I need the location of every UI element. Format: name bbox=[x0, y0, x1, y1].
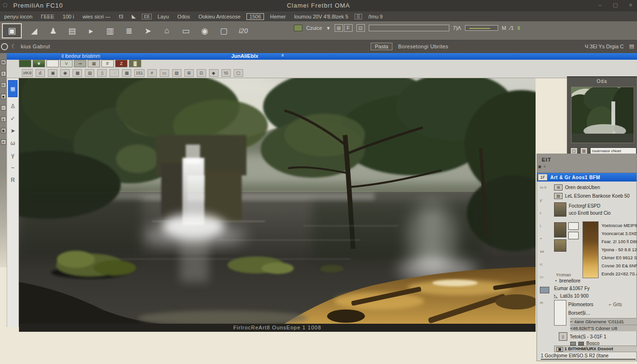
minimize-button[interactable]: – bbox=[599, 2, 601, 8]
wedge-icon[interactable]: ◢ bbox=[27, 25, 41, 37]
tool-chip-12[interactable]: ▭ bbox=[160, 69, 169, 77]
tool-chip-5[interactable]: ▩ bbox=[73, 69, 82, 77]
selected-row-1[interactable]: ⌐ 4ane Gbnenene 'C011d1 bbox=[570, 318, 637, 325]
tool-button-3[interactable]: ➤ bbox=[7, 125, 18, 137]
thumb-chip-1[interactable] bbox=[19, 60, 31, 67]
menu-chip-icon[interactable]: ЕВ bbox=[142, 14, 151, 19]
tool-chip-17[interactable]: 'IS bbox=[221, 69, 231, 77]
item-yroman[interactable]: Yroman bbox=[556, 273, 571, 277]
panel-row-footage[interactable]: Foctorgf ESPD uco Enott bourd Cio bbox=[554, 202, 610, 217]
item-brenellore[interactable]: ◔ brenellore bbox=[554, 278, 581, 283]
list-icon[interactable]: ≣ bbox=[122, 25, 136, 37]
menu-item-9[interactable]: Hemer bbox=[266, 14, 290, 19]
bird-icon[interactable]: ▸ bbox=[84, 25, 98, 37]
tool-chip-16[interactable]: ◆ bbox=[209, 69, 218, 77]
panel-tab-label[interactable]: EIT bbox=[542, 157, 551, 163]
tool-button-1[interactable]: ♙ bbox=[7, 100, 18, 112]
color-chip-icon[interactable] bbox=[294, 25, 302, 31]
thumb-chip-9[interactable]: ▓ bbox=[129, 60, 141, 67]
door-icon[interactable]: ⌂ bbox=[160, 25, 173, 37]
item-lati[interactable]: ◺ Lati3s 10 900 bbox=[554, 293, 589, 299]
search-text[interactable]: kius Gabrut bbox=[21, 44, 50, 49]
tool-button-6[interactable]: ~ bbox=[7, 162, 18, 174]
rail-icon-2[interactable]: ϐ bbox=[1, 71, 6, 76]
folder-icon[interactable]: ▢ bbox=[217, 25, 230, 37]
maximize-button[interactable]: ▢ bbox=[613, 2, 618, 8]
bottom-row[interactable]: 1 Goclhjome EWSO.S R2 (Itane bbox=[541, 352, 636, 360]
layer-color-icon[interactable] bbox=[540, 287, 549, 293]
canvas-image[interactable] bbox=[19, 78, 536, 324]
nav-grid-icon[interactable]: ▥ bbox=[580, 147, 588, 154]
tool-chip-9[interactable]: ▦ bbox=[122, 69, 131, 77]
rail-icon-6[interactable]: ϕ bbox=[1, 117, 6, 122]
item-tetok[interactable]: ▯ Tetok(S - 3-01F 1 bbox=[559, 332, 606, 341]
thumb-chip-4[interactable]: V bbox=[60, 60, 73, 67]
item-parameters[interactable]: Pilomoetors ⌐ Grts bbox=[568, 302, 622, 307]
tool-chip-1[interactable]: ИK8 bbox=[22, 69, 33, 77]
arrow-icon[interactable]: ➤ bbox=[141, 25, 155, 37]
preview-thumb-2[interactable] bbox=[554, 239, 566, 252]
tool-chip-11[interactable]: # bbox=[147, 69, 157, 77]
tool-chip-7[interactable]: ▯ bbox=[97, 69, 107, 77]
thumb-chip-8[interactable]: Z bbox=[115, 60, 127, 67]
rail-icon-5[interactable]: ≈ bbox=[1, 105, 6, 110]
tool-chip-3[interactable]: ▣ bbox=[48, 69, 57, 77]
tall-tool-icon[interactable] bbox=[554, 300, 566, 326]
rail-icon-3[interactable]: ⊞ bbox=[1, 82, 6, 88]
preview-thumb-1[interactable] bbox=[554, 222, 566, 237]
opacity-slider[interactable] bbox=[465, 25, 498, 31]
panel-row-source[interactable]: ▨ LeL ESonen Bankose Koeb 50 bbox=[554, 193, 629, 199]
menu-item-4[interactable]: wies sicri — bbox=[78, 14, 115, 19]
menu-item-3[interactable]: 100 i bbox=[58, 14, 78, 19]
swatch-2[interactable] bbox=[578, 342, 584, 346]
person-icon[interactable]: ♟ bbox=[46, 25, 60, 37]
rail-icon-4[interactable]: ◆ bbox=[1, 94, 6, 99]
record-circle-icon[interactable] bbox=[1, 43, 8, 50]
tool-button-4[interactable]: ω bbox=[7, 137, 18, 149]
f-toggle-icon[interactable]: F bbox=[344, 24, 353, 32]
item-borset[interactable]: Borset§i… bbox=[568, 310, 591, 316]
thumb-chip-5[interactable]: ⊸ bbox=[74, 60, 86, 67]
menu-item-10[interactable]: loumou 20V 4'8.8lzek 5 bbox=[290, 14, 353, 19]
rail-icon-8[interactable]: ø bbox=[1, 139, 6, 145]
white-box-1[interactable] bbox=[568, 222, 579, 230]
tool-chip-4[interactable]: ◉ bbox=[60, 69, 70, 77]
rail-icon-1[interactable]: ▤ bbox=[1, 60, 6, 65]
tool-button-7[interactable]: R bbox=[7, 174, 18, 186]
active-tool-button[interactable]: ▣ bbox=[2, 23, 22, 38]
grid-toggle-icon[interactable]: ⊞ bbox=[335, 24, 343, 32]
funnel-icon[interactable]: ▼ bbox=[326, 26, 331, 31]
nav-pages-icon[interactable]: ▢ bbox=[570, 147, 578, 154]
tool-chip-6[interactable]: ▤ bbox=[85, 69, 94, 77]
tool-button-5[interactable]: γ bbox=[7, 149, 18, 162]
small-field-icon[interactable]: ⊡ bbox=[356, 24, 365, 32]
menu-item-2[interactable]: ГEEE bbox=[36, 14, 58, 19]
navigator-thumbnail[interactable] bbox=[571, 87, 634, 143]
monitor-icon[interactable]: ▭ bbox=[179, 25, 192, 37]
highlighted-row[interactable]: ▩ 1 BITHHM/URX Dosoot bbox=[554, 346, 637, 352]
rail-icon-7[interactable]: ▣ bbox=[1, 128, 6, 133]
item-eumar[interactable]: Eumar &1067 Fy bbox=[554, 286, 590, 291]
tool-chip-13[interactable]: ▨ bbox=[172, 69, 182, 77]
menu-item-5[interactable]: f3 bbox=[115, 14, 127, 19]
thumb-chip-2[interactable]: ❦ bbox=[33, 60, 45, 67]
menu-item-1[interactable]: penyu iocon bbox=[0, 14, 36, 19]
swatch-1[interactable] bbox=[570, 342, 576, 346]
tool-chip-2[interactable]: d. bbox=[36, 69, 45, 77]
menu-value-box[interactable]: 1506 bbox=[246, 13, 264, 20]
selected-row-2[interactable]: <48.82kIT'S Cdoner U8 bbox=[570, 325, 637, 331]
panel-header[interactable]: 1F Art & Gr Aoos1 BFM bbox=[537, 173, 637, 182]
panel-row-open[interactable]: ⊞ Oren deatoUben bbox=[554, 184, 600, 191]
camera-icon[interactable]: ◉ bbox=[198, 25, 211, 37]
paste-button[interactable]: Pasta bbox=[371, 43, 392, 50]
toolbar-input[interactable] bbox=[369, 25, 449, 31]
menu-chip-icon-2[interactable]: ☰ bbox=[355, 14, 362, 19]
thumb-chip-3[interactable] bbox=[46, 60, 59, 67]
menu-item-7[interactable]: Odos bbox=[173, 14, 194, 19]
strip-right-icon[interactable]: ▤ bbox=[629, 43, 634, 49]
window-menu-button[interactable]: ≡ bbox=[629, 2, 632, 8]
menu-item-8[interactable]: Ookieu Antcesose bbox=[194, 14, 245, 19]
queue-label[interactable]: Czuice bbox=[306, 25, 322, 31]
white-box-2[interactable] bbox=[568, 232, 579, 239]
tool-chip-15[interactable]: ⊡ bbox=[197, 69, 206, 77]
